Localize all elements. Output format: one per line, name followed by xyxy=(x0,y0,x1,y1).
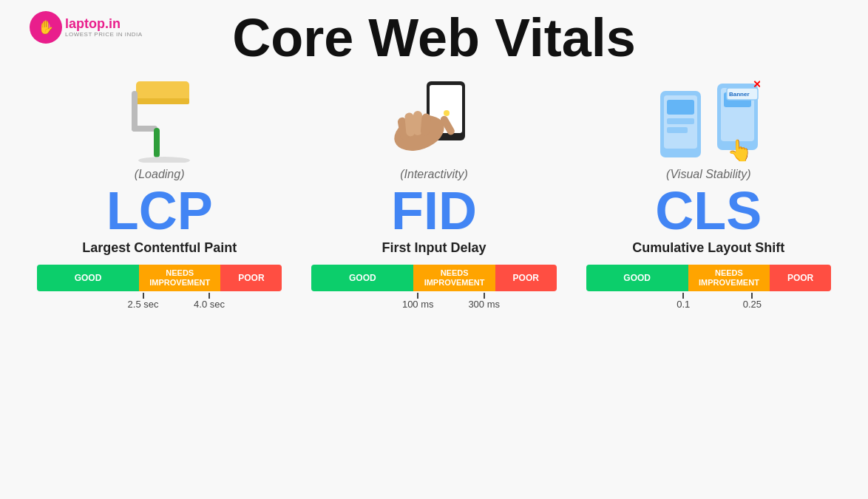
svg-rect-5 xyxy=(154,128,160,157)
lcp-icon-area xyxy=(123,72,197,168)
lcp-subtitle: (Loading) xyxy=(135,168,185,181)
svg-rect-20 xyxy=(667,127,688,133)
svg-rect-19 xyxy=(667,118,694,124)
fid-acronym: FID xyxy=(391,184,477,237)
cards-row: (Loading) LCP Largest Contentful Paint G… xyxy=(30,72,838,484)
cls-progress-bar: GOOD NEEDSIMPROVEMENT POOR xyxy=(586,265,831,291)
svg-point-6 xyxy=(138,157,190,163)
svg-rect-4 xyxy=(132,126,157,132)
cls-bar-container: GOOD NEEDSIMPROVEMENT POOR 0.1 0.25 xyxy=(586,265,831,315)
cls-bar-needs: NEEDSIMPROVEMENT xyxy=(688,265,770,291)
phone-touch-icon xyxy=(386,78,482,163)
logo-text: laptop.in xyxy=(65,16,121,31)
fid-bar-good: GOOD xyxy=(311,265,413,291)
cls-marker-2: 0.25 xyxy=(743,299,762,310)
svg-text:✋: ✋ xyxy=(38,19,55,35)
fid-progress-bar: GOOD NEEDSIMPROVEMENT POOR xyxy=(311,265,556,291)
lcp-bar-needs: NEEDSIMPROVEMENT xyxy=(139,265,220,291)
svg-text:✕: ✕ xyxy=(753,78,760,90)
cls-subtitle: (Visual Stability) xyxy=(666,168,750,181)
cls-acronym: CLS xyxy=(655,184,762,237)
fid-marker-1: 100 ms xyxy=(402,299,434,310)
logo-badge: ✋ xyxy=(30,11,62,44)
cls-bar-poor: POOR xyxy=(770,265,831,291)
svg-point-15 xyxy=(444,110,450,116)
fid-name: First Input Delay xyxy=(382,240,486,256)
svg-rect-18 xyxy=(667,100,694,115)
header: ✋ laptop.in LOWEST PRICE IN INDIA Core W… xyxy=(30,7,838,64)
fid-bar-poor: POOR xyxy=(495,265,557,291)
fid-card: (Interactivity) FID First Input Delay GO… xyxy=(304,72,563,484)
fid-subtitle: (Interactivity) xyxy=(400,168,468,181)
logo-sub: LOWEST PRICE IN INDIA xyxy=(65,31,143,38)
lcp-card: (Loading) LCP Largest Contentful Paint G… xyxy=(30,72,289,484)
lcp-bar-poor: POOR xyxy=(220,265,282,291)
cls-marker-1: 0.1 xyxy=(677,299,690,310)
lcp-name: Largest Contentful Paint xyxy=(82,240,237,256)
fid-bar-container: GOOD NEEDSIMPROVEMENT POOR 100 ms 300 ms xyxy=(311,265,556,315)
page-container: ✋ laptop.in LOWEST PRICE IN INDIA Core W… xyxy=(0,0,868,499)
svg-rect-3 xyxy=(132,91,138,132)
lcp-acronym: LCP xyxy=(106,184,213,237)
svg-text:Banner: Banner xyxy=(729,91,750,98)
lcp-progress-bar: GOOD NEEDSIMPROVEMENT POOR xyxy=(37,265,282,291)
logo: ✋ laptop.in LOWEST PRICE IN INDIA xyxy=(30,11,143,44)
fid-icon-area xyxy=(386,72,482,168)
paint-roller-icon xyxy=(123,78,197,163)
lcp-marker-1: 2.5 sec xyxy=(128,299,159,310)
svg-text:👆: 👆 xyxy=(727,138,753,163)
layout-shift-icon: Banner ✕ 👆 xyxy=(657,78,760,163)
page-title: Core Web Vitals xyxy=(232,11,636,64)
lcp-marker-2: 4.0 sec xyxy=(194,299,225,310)
lcp-bar-good: GOOD xyxy=(37,265,139,291)
fid-bar-needs: NEEDSIMPROVEMENT xyxy=(413,265,495,291)
lcp-bar-container: GOOD NEEDSIMPROVEMENT POOR 2.5 sec 4.0 s… xyxy=(37,265,282,315)
cls-icon-area: Banner ✕ 👆 xyxy=(657,72,760,168)
svg-rect-2 xyxy=(136,98,189,104)
cls-name: Cumulative Layout Shift xyxy=(632,240,784,256)
fid-marker-2: 300 ms xyxy=(468,299,500,310)
cls-bar-good: GOOD xyxy=(586,265,688,291)
cls-card: Banner ✕ 👆 (Visual Stability) CLS Cumula… xyxy=(579,72,838,484)
